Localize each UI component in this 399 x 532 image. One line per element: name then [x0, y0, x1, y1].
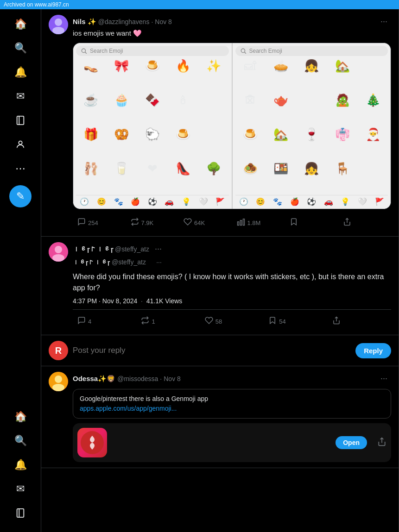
views-count: 1.8M: [247, 219, 261, 226]
emoji-search2-label: Search Emoji: [249, 48, 282, 54]
retweet-icon: [131, 218, 139, 228]
archive-bar: Archived on www.ai987.cn: [0, 0, 399, 9]
views-action[interactable]: 1.8M: [232, 215, 285, 231]
profile2-icon[interactable]: [9, 526, 32, 532]
views-icon: [237, 218, 245, 228]
svg-rect-15: [243, 219, 244, 225]
bookmarks2-icon[interactable]: [9, 502, 32, 524]
steffy-share-icon: [332, 316, 341, 326]
steffy-retweet-icon: [141, 316, 149, 326]
odessa-name: Odessa✨🦁: [73, 375, 115, 383]
steffy-reply-action[interactable]: 4: [73, 313, 136, 329]
sidebar-top-group: 🏠 🔍 🔔 ✉ ⋯ ✎: [9, 13, 32, 207]
svg-point-2: [19, 141, 22, 144]
svg-point-18: [55, 246, 62, 253]
odessa-handle: @missodessa: [117, 375, 158, 382]
steffy-reply-icon: [77, 316, 86, 326]
svg-rect-0: [17, 116, 24, 125]
main-tweet-text: ios emojis we want 🩷: [73, 28, 391, 38]
steffy-name1: ꒐ꫀꞅ꒓꒐ꫀꞅ: [73, 245, 113, 253]
steffy-share-action[interactable]: [328, 313, 391, 329]
bookmark-icon: [290, 218, 298, 228]
odessa-app-link[interactable]: apps.apple.com/us/app/genmoji...: [80, 405, 177, 412]
steffy-tweet-text: Where did you find these emojis? ( I kno…: [73, 271, 391, 294]
steffy-like-count: 58: [215, 318, 222, 325]
steffy-retweet-count: 1: [152, 318, 155, 325]
steffy-retweet-action[interactable]: 1: [136, 313, 200, 329]
svg-point-24: [81, 431, 104, 454]
svg-point-23: [52, 384, 64, 391]
steffy-reply-count: 4: [88, 318, 91, 325]
notifications-icon[interactable]: 🔔: [9, 61, 32, 83]
main-tweet-author-handle: @dazzlinghavens: [98, 18, 150, 25]
search2-icon[interactable]: 🔍: [9, 430, 32, 452]
messages-icon[interactable]: ✉: [9, 85, 32, 107]
steffy-tweet-actions: 4 1 58: [73, 309, 391, 329]
steffy-more-button[interactable]: ···: [151, 242, 165, 256]
steffy-like-action[interactable]: 58: [200, 313, 264, 329]
reply-action[interactable]: 254: [73, 215, 126, 231]
app-card-icon: [77, 428, 107, 457]
odessa-avatar: [49, 372, 68, 391]
steffy-handle2: @steffy_atz: [112, 258, 146, 266]
steffy-bookmark-count: 54: [279, 318, 285, 325]
steffy-bookmark-action[interactable]: 54: [264, 313, 327, 329]
svg-point-7: [55, 19, 62, 26]
reply-tweet-steffy: ꒐ꫀꞅ꒓꒐ꫀꞅ @steffy_atz ··· ꒐ꫀꞅ꒓꒐ꫀꞅ @steffy_…: [41, 237, 399, 335]
steffy-views-count: 41.1K: [146, 297, 164, 305]
svg-point-8: [52, 27, 64, 34]
share-action[interactable]: [338, 215, 392, 231]
reply-count: 254: [88, 219, 98, 226]
main-tweet-more-button[interactable]: ···: [377, 15, 391, 28]
svg-line-12: [244, 52, 246, 54]
reply-input[interactable]: [73, 346, 351, 355]
svg-point-11: [241, 49, 245, 52]
bookmarks-icon[interactable]: [9, 109, 32, 131]
reply-compose-area: R Reply: [41, 335, 399, 366]
emoji-collage: Search Emoji 👡 🎀 🍮 🔥 ✨ ☕ 🧁 🍫: [73, 43, 391, 209]
steffy-handle1: @steffy_atz: [115, 245, 149, 253]
main-content: Nils ✨ @dazzlinghavens · Nov 8 ··· ios e…: [41, 9, 399, 532]
retweet-action[interactable]: 7.9K: [126, 215, 179, 231]
svg-rect-13: [237, 222, 239, 225]
more-icon[interactable]: ⋯: [9, 157, 32, 180]
odessa-more-button[interactable]: ···: [377, 372, 391, 385]
main-tweet-author-name: Nils ✨: [73, 18, 96, 26]
nils-avatar: [49, 15, 68, 34]
like-icon: [184, 218, 192, 228]
main-tweet-actions: 254 7.9K 64K: [73, 215, 391, 231]
sidebar: 🏠 🔍 🔔 ✉ ⋯ ✎ 🏠 🔍 🔔 ✉ ⋯: [0, 9, 41, 532]
reply-icon: [77, 218, 86, 228]
svg-line-10: [85, 52, 87, 54]
steffy-timestamp: 4:37 PM · Nov 8, 2024: [73, 297, 137, 305]
steffy-more-button2[interactable]: ···: [152, 257, 165, 268]
share-icon: [343, 218, 351, 228]
like-action[interactable]: 64K: [179, 215, 232, 231]
app-open-button[interactable]: Open: [336, 436, 367, 449]
home2-icon[interactable]: 🏠: [9, 406, 32, 428]
home-icon[interactable]: 🏠: [9, 13, 32, 35]
reply-submit-button[interactable]: Reply: [355, 343, 391, 358]
odessa-tweet-text: Google/pinterest there is also a Genmoji…: [80, 394, 384, 404]
main-tweet: Nils ✨ @dazzlinghavens · Nov 8 ··· ios e…: [41, 9, 399, 237]
compose-button[interactable]: ✎: [9, 185, 32, 207]
search-icon[interactable]: 🔍: [9, 37, 32, 59]
odessa-callout-box: Google/pinterest there is also a Genmoji…: [73, 389, 391, 419]
svg-rect-3: [17, 509, 24, 517]
odessa-date: Nov 8: [164, 375, 181, 382]
odessa-reply-tweet: Odessa✨🦁 @missodessa · Nov 8 ··· Google/…: [41, 366, 399, 468]
app-card-share-button[interactable]: [377, 437, 386, 449]
steffy-name2: ꒐ꫀꞅ꒓꒐ꫀꞅ: [73, 258, 110, 266]
svg-point-22: [55, 376, 62, 383]
like-count: 64K: [194, 219, 205, 226]
bookmark-action[interactable]: [285, 215, 338, 231]
steffy-like-icon: [205, 316, 213, 326]
notifications2-icon[interactable]: 🔔: [9, 454, 32, 476]
user-avatar: R: [49, 341, 68, 360]
profile-icon[interactable]: [9, 133, 32, 156]
retweet-count: 7.9K: [141, 219, 154, 226]
messages2-icon[interactable]: ✉: [9, 478, 32, 500]
svg-point-9: [82, 49, 85, 52]
sidebar-bottom-group: 🏠 🔍 🔔 ✉ ⋯ ✎: [9, 406, 32, 532]
steffy-timestamp-views: 4:37 PM · Nov 8, 2024 · 41.1K Views: [73, 297, 391, 305]
